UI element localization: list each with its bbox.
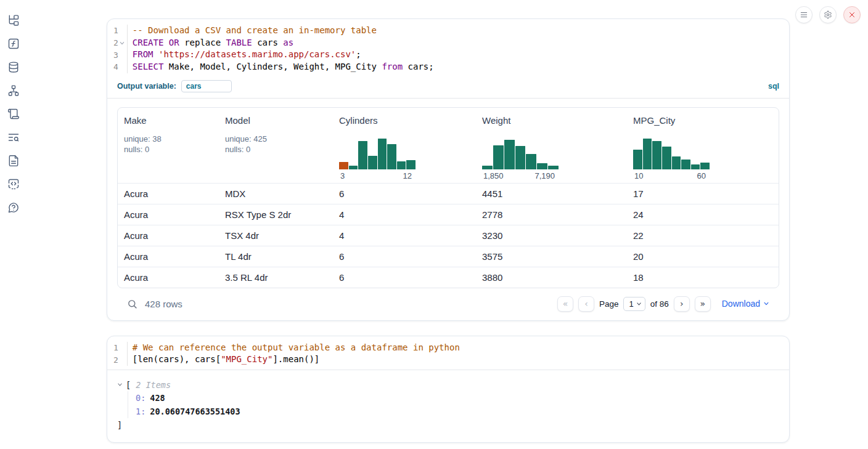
table-cell: TSX 4dr: [219, 225, 333, 246]
scroll-icon: [7, 108, 20, 120]
histogram-bar[interactable]: [368, 156, 377, 169]
column-stats: unique: 425nulls: 0: [225, 134, 333, 155]
column-header-cylinders[interactable]: Cylinders312: [333, 108, 476, 183]
sidebar-item-data-sources[interactable]: [7, 60, 20, 74]
menu-icon: [800, 10, 808, 19]
data-table: Makeunique: 38nulls: 0Modelunique: 425nu…: [117, 107, 779, 288]
notebook: 1234 -- Download a CSV and create an in-…: [107, 18, 790, 443]
sidebar-item-documentation[interactable]: [7, 154, 20, 168]
code-line[interactable]: FROM 'https://datasets.marimo.app/cars.c…: [133, 49, 434, 61]
download-label: Download: [722, 299, 760, 309]
sidebar-item-logs[interactable]: [7, 107, 20, 121]
pagination: « ‹ Page 1 of 86 › » Download: [557, 296, 769, 312]
chevron-down-icon: [763, 301, 769, 307]
sql-output-area: Makeunique: 38nulls: 0Modelunique: 425nu…: [107, 99, 789, 320]
histogram-bar[interactable]: [504, 140, 515, 169]
column-header-mpg_city[interactable]: MPG_City1060: [627, 108, 779, 183]
column-header-model[interactable]: Modelunique: 425nulls: 0: [219, 108, 333, 183]
column-header-weight[interactable]: Weight1,8507,190: [476, 108, 627, 183]
sidebar-item-snippets[interactable]: [7, 177, 20, 191]
table-cell: TL 4dr: [219, 246, 333, 267]
histogram-bar[interactable]: [387, 144, 396, 169]
download-button[interactable]: Download: [722, 299, 769, 309]
column-histogram: 312: [339, 137, 416, 183]
sql-code-editor[interactable]: 1234 -- Download a CSV and create an in-…: [107, 19, 789, 77]
search-icon[interactable]: [127, 299, 137, 309]
histogram-max-label: 12: [403, 171, 412, 183]
column-name: Cylinders: [339, 115, 476, 126]
collapse-caret-icon[interactable]: [117, 382, 126, 387]
table-cell: 20: [627, 246, 779, 267]
histogram-bar[interactable]: [681, 160, 690, 169]
histogram-bar[interactable]: [515, 146, 526, 169]
sidebar-item-scratchpad-search[interactable]: [7, 131, 20, 144]
prev-page-button[interactable]: ‹: [578, 296, 594, 312]
histogram-bar[interactable]: [548, 166, 559, 169]
code-line[interactable]: -- Download a CSV and create an in-memor…: [133, 25, 434, 37]
table-cell: 2778: [476, 204, 627, 225]
histogram-bar[interactable]: [633, 150, 642, 169]
last-page-button[interactable]: »: [695, 296, 711, 312]
first-page-button[interactable]: «: [557, 296, 573, 312]
histogram-bar[interactable]: [691, 164, 700, 169]
table-cell: Acura: [118, 225, 219, 246]
table-cell: MDX: [219, 184, 333, 204]
code-line[interactable]: [len(cars), cars["MPG_City"].mean()]: [133, 354, 460, 366]
table-row[interactable]: AcuraMDX6445117: [118, 183, 779, 204]
language-badge: sql: [768, 82, 779, 91]
output-variable-input[interactable]: [181, 80, 232, 92]
code-line[interactable]: CREATE OR replace TABLE cars as: [133, 37, 434, 49]
table-cell: RSX Type S 2dr: [219, 204, 333, 225]
histogram-bar[interactable]: [482, 166, 493, 169]
next-page-button[interactable]: ›: [674, 296, 690, 312]
table-row[interactable]: AcuraTSX 4dr4323022: [118, 225, 779, 246]
page-number-select[interactable]: 1: [623, 297, 645, 311]
sidebar-item-file-explorer[interactable]: [7, 14, 20, 27]
histogram-bar[interactable]: [378, 139, 387, 169]
fold-gutter-icon[interactable]: [118, 41, 126, 46]
histogram-bar[interactable]: [493, 145, 504, 169]
sidebar-item-dependency-graph[interactable]: [7, 84, 20, 97]
sidebar-item-variables[interactable]: [7, 37, 20, 51]
table-row[interactable]: Acura3.5 RL 4dr6388018: [118, 267, 779, 288]
database-icon: [7, 61, 20, 73]
histogram-bar[interactable]: [526, 154, 536, 169]
table-row[interactable]: AcuraTL 4dr6357520: [118, 246, 779, 267]
shutdown-button[interactable]: [843, 6, 861, 23]
code-line[interactable]: SELECT Make, Model, Cylinders, Weight, M…: [133, 61, 434, 73]
histogram-bar[interactable]: [406, 160, 416, 169]
histogram-bar[interactable]: [700, 163, 710, 169]
item-value: 20.060747663551403: [150, 407, 240, 416]
histogram-min-label: 10: [634, 171, 643, 183]
histogram-bar[interactable]: [397, 161, 406, 169]
sidebar-item-help[interactable]: [7, 201, 20, 214]
sidebar: [0, 0, 27, 449]
table-cell: Acura: [118, 267, 219, 288]
histogram-bar[interactable]: [672, 156, 681, 169]
close-icon: [848, 10, 856, 19]
histogram-bar[interactable]: [349, 166, 358, 169]
code-line[interactable]: # We can reference the output variable a…: [133, 342, 460, 354]
output-variable-row: Output variable: sql: [107, 77, 789, 98]
column-header-make[interactable]: Makeunique: 38nulls: 0: [118, 108, 219, 183]
item-index: 1:: [136, 407, 145, 416]
settings-button[interactable]: [819, 6, 837, 23]
python-code-editor[interactable]: 12 # We can reference the output variabl…: [107, 336, 789, 370]
table-cell: 3.5 RL 4dr: [219, 267, 333, 288]
histogram-bar[interactable]: [537, 163, 547, 169]
table-cell: 6: [333, 246, 476, 267]
python-output-tree: [ 2 Items 0:4281:20.060747663551403 ]: [107, 370, 789, 442]
histogram-bar[interactable]: [662, 147, 671, 169]
table-cell: 24: [627, 204, 779, 225]
notebook-menu-button[interactable]: [795, 6, 813, 23]
histogram-bar[interactable]: [652, 141, 661, 169]
histogram-bar[interactable]: [643, 139, 652, 169]
table-cell: 4451: [476, 184, 627, 204]
histogram-bar[interactable]: [358, 141, 367, 169]
column-stats: unique: 38nulls: 0: [124, 134, 219, 155]
histogram-bar[interactable]: [339, 162, 348, 169]
table-cell: Acura: [118, 184, 219, 204]
line-number: 4: [113, 61, 126, 73]
column-name: Weight: [482, 115, 627, 126]
table-row[interactable]: AcuraRSX Type S 2dr4277824: [118, 204, 779, 225]
